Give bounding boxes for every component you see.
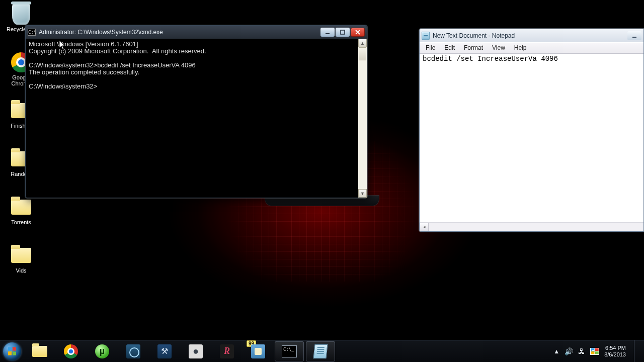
notepad-icon: [313, 344, 328, 358]
minimize-button[interactable]: [627, 31, 641, 40]
taskbar-notepad[interactable]: [306, 341, 335, 361]
tray-date: 8/6/2013: [604, 351, 626, 358]
app-icon: [189, 344, 203, 358]
app-icon: [220, 344, 234, 358]
cmd-titlebar[interactable]: C:\ Administrator: C:\Windows\System32\c…: [26, 26, 367, 39]
tray-time: 6:54 PM: [604, 345, 626, 351]
app-icon: [126, 344, 140, 358]
scroll-track[interactable]: [358, 47, 367, 189]
notepad-icon: [422, 32, 430, 40]
scroll-down-button[interactable]: ▼: [358, 189, 367, 198]
cmd-line: The operation completed successfully.: [29, 68, 139, 76]
cmd-line: C:\Windows\system32>bcdedit /set Increas…: [29, 61, 196, 69]
taskbar-chrome[interactable]: [56, 341, 86, 361]
show-desktop-button[interactable]: [634, 340, 640, 363]
cmd-title-text: Administrator: C:\Windows\System32\cmd.e…: [39, 29, 320, 36]
folder-icon: [32, 346, 47, 357]
cmd-output[interactable]: Microsoft Windows [Version 6.1.7601] Cop…: [26, 39, 358, 198]
cmd-window: C:\ Administrator: C:\Windows\System32\c…: [25, 25, 367, 198]
recycle-bin-icon: [12, 4, 30, 25]
menu-file[interactable]: File: [422, 43, 439, 52]
app-icon: [157, 344, 172, 358]
svg-rect-1: [341, 30, 345, 34]
minimize-button[interactable]: [320, 28, 335, 37]
taskbar-app-2[interactable]: [150, 341, 179, 361]
notepad-menubar: File Edit Format View Help: [420, 42, 643, 53]
chrome-icon: [64, 344, 78, 358]
menu-view[interactable]: View: [488, 43, 509, 52]
folder-icon: [11, 248, 31, 263]
maximize-button[interactable]: [336, 28, 350, 37]
desktop-icon-vids[interactable]: Vids: [3, 241, 39, 290]
network-icon[interactable]: 🖧: [578, 347, 585, 355]
desktop-icon-label: Torrents: [11, 219, 31, 225]
notepad-title-text: New Text Document - Notepad: [433, 32, 627, 39]
desktop-icon-label: Vids: [16, 267, 26, 274]
notepad-window: New Text Document - Notepad File Edit Fo…: [419, 29, 644, 232]
windows-orb-icon: [3, 342, 21, 360]
cmd-titlebar-icon: C:\: [28, 29, 36, 36]
desktop-icon-torrents[interactable]: Torrents: [3, 193, 39, 241]
tray-clock[interactable]: 6:54 PM 8/6/2013: [604, 345, 626, 358]
taskbar-app-1[interactable]: [119, 341, 148, 361]
taskbar-app-4[interactable]: [212, 341, 242, 361]
svg-rect-0: [326, 33, 330, 34]
app-icon: [251, 344, 265, 358]
utorrent-icon: µ: [95, 344, 109, 358]
cmd-prompt: C:\Windows\system32>: [29, 82, 97, 90]
taskbar-app-3[interactable]: [181, 341, 210, 361]
notepad-titlebar[interactable]: New Text Document - Notepad: [420, 29, 643, 42]
cmd-icon: [282, 345, 297, 357]
notepad-text-area[interactable]: bcdedit /set IncreaseUserVa 4096: [420, 53, 643, 222]
action-center-icon[interactable]: [590, 348, 599, 355]
scroll-thumb[interactable]: [359, 47, 366, 60]
taskbar-app-5[interactable]: 99: [244, 341, 273, 361]
menu-help[interactable]: Help: [510, 43, 531, 52]
tray-overflow-button[interactable]: ▲: [553, 348, 559, 355]
close-button[interactable]: [351, 28, 365, 37]
notepad-hscrollbar[interactable]: ◂: [420, 222, 643, 231]
cmd-scrollbar[interactable]: ▲ ▼: [358, 39, 367, 198]
volume-icon[interactable]: 🔊: [565, 347, 573, 355]
taskbar-explorer[interactable]: [25, 341, 54, 361]
taskbar-utorrent[interactable]: µ: [88, 341, 117, 361]
taskbar-cmd[interactable]: [275, 341, 304, 361]
scroll-up-button[interactable]: ▲: [358, 39, 367, 47]
menu-edit[interactable]: Edit: [440, 43, 459, 52]
menu-format[interactable]: Format: [460, 43, 487, 52]
folder-icon: [11, 200, 31, 215]
cmd-line: Microsoft Windows [Version 6.1.7601]: [29, 40, 138, 48]
system-tray: ▲ 🔊 🖧 6:54 PM 8/6/2013: [553, 340, 644, 362]
taskbar: µ 99 ▲ 🔊 🖧 6:54 PM 8/6/2013: [0, 340, 644, 362]
scroll-left-button[interactable]: ◂: [420, 223, 429, 231]
cmd-line: Copyright (c) 2009 Microsoft Corporation…: [29, 47, 206, 55]
start-button[interactable]: [0, 340, 24, 363]
svg-rect-2: [632, 37, 636, 38]
